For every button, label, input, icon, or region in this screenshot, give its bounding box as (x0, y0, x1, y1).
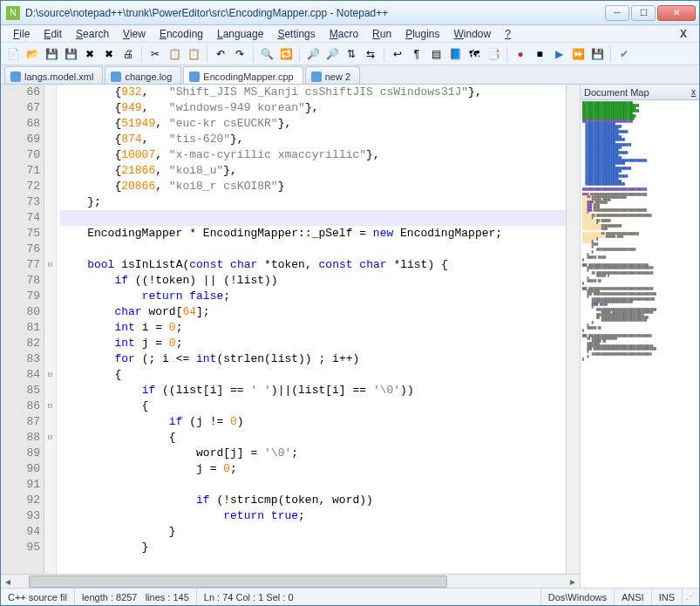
scroll-right-icon[interactable]: ▸ (566, 575, 580, 588)
vertical-scrollbar[interactable] (566, 85, 580, 574)
titlebar[interactable]: N D:\source\notepad++\trunk\PowerEditor\… (1, 1, 699, 25)
menu-encoding[interactable]: Encoding (153, 26, 210, 42)
code-line[interactable]: j = 0; (60, 461, 566, 477)
code-line[interactable]: if ((list[i] == ' ')||(list[i] == '\0')) (60, 383, 566, 398)
find-icon[interactable]: 🔍 (258, 45, 275, 63)
code-line[interactable]: { (60, 398, 566, 414)
cut-icon[interactable]: ✂ (146, 45, 164, 63)
horizontal-scrollbar[interactable]: ◂ ▸ (1, 574, 580, 588)
menu-settings[interactable]: Settings (270, 26, 322, 42)
code-line[interactable] (60, 210, 566, 226)
fold-minus-icon[interactable]: ⊟ (44, 257, 56, 273)
code-content[interactable]: {932, "Shift_JIS MS_Kanji csShiftJIS csW… (57, 85, 566, 574)
save-macro-icon[interactable]: 💾 (588, 45, 606, 63)
close-all-icon[interactable]: ✖ (100, 45, 118, 63)
paste-icon[interactable]: 📋 (185, 45, 202, 63)
fold-minus-icon[interactable]: ⊟ (44, 398, 56, 414)
document-map-close-icon[interactable]: x (691, 87, 696, 97)
code-line[interactable]: word[j] = '\0'; (60, 446, 566, 461)
code-area[interactable]: 6667686970717273747576777879808182838485… (1, 85, 580, 574)
tab-langs-model-xml[interactable]: langs.model.xml (4, 66, 103, 84)
menu-language[interactable]: Language (210, 26, 270, 42)
undo-icon[interactable]: ↶ (212, 45, 229, 63)
code-line[interactable]: for (; i <= int(strlen(list)) ; i++) (60, 351, 566, 367)
resize-grip-icon[interactable]: ⋰ (683, 591, 699, 603)
menu-window[interactable]: Window (447, 26, 499, 42)
menu-view[interactable]: View (116, 26, 153, 42)
code-line[interactable]: } (60, 540, 566, 555)
redo-icon[interactable]: ↷ (231, 45, 248, 63)
replace-icon[interactable]: 🔁 (277, 45, 295, 63)
document-map-title[interactable]: Document Map x (581, 85, 699, 100)
menu-[interactable]: ? (498, 26, 518, 42)
code-line[interactable]: {21866, "koi8_u"}, (60, 163, 566, 179)
scroll-left-icon[interactable]: ◂ (1, 575, 15, 588)
code-line[interactable]: { (60, 367, 566, 383)
menu-macro[interactable]: Macro (323, 26, 365, 42)
code-line[interactable]: if (!stricmp(token, word)) (60, 493, 566, 508)
code-line[interactable]: if ((!token) || (!list)) (60, 273, 566, 289)
play-multi-icon[interactable]: ⏩ (569, 45, 587, 63)
open-file-icon[interactable]: 📂 (24, 45, 41, 63)
func-list-icon[interactable]: 📑 (485, 45, 502, 63)
fold-gutter[interactable]: ⊟⊟⊟⊟ (44, 85, 57, 574)
copy-icon[interactable]: 📋 (166, 45, 183, 63)
close-window-button[interactable]: ✕ (657, 5, 696, 21)
fold-minus-icon[interactable]: ⊟ (44, 367, 56, 383)
code-line[interactable] (60, 242, 566, 257)
save-all-icon[interactable]: 💾 (62, 45, 79, 63)
menu-run[interactable]: Run (365, 26, 398, 42)
code-line[interactable]: {51949, "euc-kr csEUCKR"}, (60, 116, 566, 132)
line-number: 68 (1, 116, 40, 132)
code-line[interactable]: {20866, "koi8_r csKOI8R"} (60, 179, 566, 194)
maximize-button[interactable]: ☐ (631, 5, 656, 21)
play-icon[interactable]: ▶ (550, 45, 567, 63)
tab-encodingmapper-cpp[interactable]: EncodingMapper.cpp (183, 66, 302, 84)
code-line[interactable] (60, 477, 566, 493)
document-map-view[interactable]: ████████████████████████████████ ███████… (581, 100, 699, 588)
code-line[interactable]: int i = 0; (60, 320, 566, 336)
tab-new-2[interactable]: new 2 (305, 66, 360, 84)
code-line[interactable]: char word[64]; (60, 304, 566, 320)
record-icon[interactable]: ● (512, 45, 529, 63)
sync-v-icon[interactable]: ⇅ (343, 45, 360, 63)
minimize-button[interactable]: ─ (605, 5, 629, 21)
spell-icon[interactable]: ✔ (615, 45, 633, 63)
zoom-in-icon[interactable]: 🔎 (304, 45, 322, 63)
close-icon[interactable]: ✖ (81, 45, 99, 63)
save-icon[interactable]: 💾 (43, 45, 60, 63)
wrap-icon[interactable]: ↩ (389, 45, 406, 63)
scroll-thumb[interactable] (29, 575, 447, 588)
doc-map-icon[interactable]: 🗺 (466, 45, 483, 63)
menu-plugins[interactable]: Plugins (398, 26, 446, 42)
code-line[interactable]: } (60, 524, 566, 540)
code-line[interactable]: bool isInListA(const char *token, const … (60, 257, 566, 273)
print-icon[interactable]: 🖨 (119, 45, 137, 63)
code-line[interactable]: { (60, 430, 566, 446)
code-line[interactable]: return false; (60, 289, 566, 304)
stop-icon[interactable]: ■ (531, 45, 548, 63)
user-lang-icon[interactable]: 📘 (446, 45, 464, 63)
zoom-out-icon[interactable]: 🔎 (323, 45, 341, 63)
new-file-icon[interactable]: 📄 (4, 45, 22, 63)
menu-search[interactable]: Search (69, 26, 116, 42)
all-chars-icon[interactable]: ¶ (408, 45, 425, 63)
fold-minus-icon[interactable]: ⊟ (44, 430, 56, 446)
indent-guide-icon[interactable]: ▤ (427, 45, 445, 63)
tab-change-log[interactable]: change.log (105, 66, 181, 84)
line-number: 88 (1, 430, 40, 446)
menu-edit[interactable]: Edit (37, 26, 69, 42)
code-line[interactable]: if (j != 0) (60, 414, 566, 430)
code-line[interactable]: }; (60, 194, 566, 210)
code-line[interactable]: int j = 0; (60, 336, 566, 351)
code-line[interactable]: return true; (60, 508, 566, 524)
menu-file[interactable]: File (6, 26, 37, 42)
sync-h-icon[interactable]: ⇆ (362, 45, 379, 63)
code-line[interactable]: {949, "windows-949 korean"}, (60, 100, 566, 116)
code-line[interactable]: {10007, "x-mac-cyrillic xmaccyrillic"}, (60, 147, 566, 163)
line-number: 78 (1, 273, 40, 289)
code-line[interactable]: {874, "tis-620"}, (60, 132, 566, 147)
code-line[interactable]: {932, "Shift_JIS MS_Kanji csShiftJIS csW… (60, 85, 566, 100)
code-line[interactable]: EncodingMapper * EncodingMapper::_pSelf … (60, 226, 566, 242)
mdi-close-icon[interactable]: X (673, 28, 694, 40)
